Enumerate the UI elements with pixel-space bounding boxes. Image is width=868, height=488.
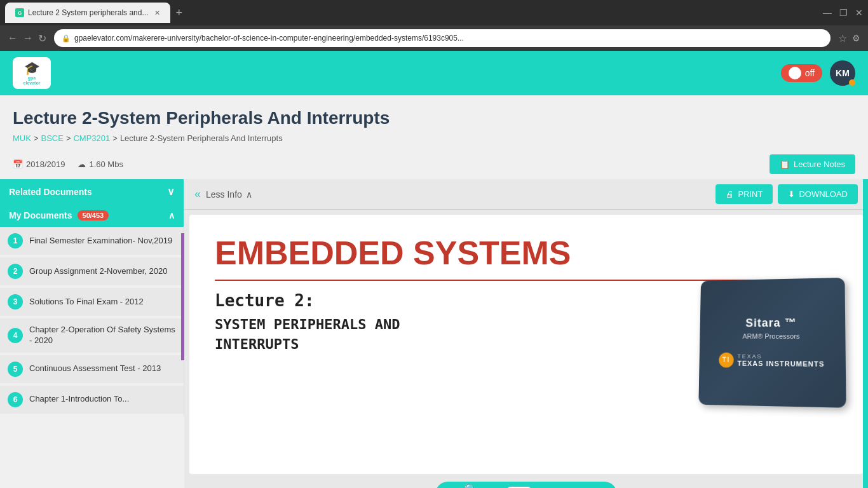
browser-extensions: ☆ ⚙	[838, 32, 860, 44]
zoom-in-button[interactable]: 🔍+	[462, 485, 480, 488]
logo-area: 🎓 gpa elevator	[13, 57, 51, 89]
related-docs-label: Related Documents	[9, 187, 92, 197]
page-title-area: Lecture 2-System Peripherals And Interru…	[0, 95, 868, 149]
download-icon: ⬇	[788, 189, 795, 199]
maximize-icon[interactable]: ❐	[839, 8, 848, 18]
user-avatar[interactable]: KM	[830, 60, 855, 86]
doc-title-6: Chapter 1-Introduction To...	[29, 394, 129, 405]
back-button[interactable]: ←	[8, 32, 18, 44]
breadcrumb-bsce[interactable]: BSCE	[41, 133, 63, 143]
ti-logo: TI TEXAS TEXAS INSTRUMENTS	[719, 352, 824, 368]
page-title: Lecture 2-System Peripherals And Interru…	[13, 108, 855, 128]
breadcrumb-sep2: >	[66, 133, 71, 143]
chip-sub: ARM® Processors	[742, 332, 799, 339]
rotate-button[interactable]: ↺	[595, 485, 613, 488]
active-tab[interactable]: G Lecture 2 System peripherals and... ✕	[5, 3, 170, 23]
breadcrumb-muk[interactable]: MUK	[13, 133, 31, 143]
doc-title-2: Group Assignment 2-November, 2020	[29, 266, 168, 277]
toggle-circle	[789, 67, 801, 79]
main-layout: Related Documents ∨ My Documents 50/453 …	[0, 179, 868, 488]
breadcrumb-current: Lecture 2-System Peripherals And Interru…	[120, 133, 283, 143]
chip-brand: Sitara ™	[745, 316, 797, 329]
logo-hat-icon: 🎓	[24, 60, 40, 76]
breadcrumb: MUK > BSCE > CMP3201 > Lecture 2-System …	[13, 133, 855, 143]
doc-title-4: Chapter 2-Operation Of Safety Systems - …	[29, 325, 176, 346]
toggle-label: off	[805, 68, 815, 78]
right-scroll-indicator[interactable]	[863, 179, 868, 488]
toggle-switch[interactable]: off	[781, 64, 822, 82]
doc-number-2: 2	[8, 264, 23, 279]
docs-list: 1 Final Semester Examination- Nov,2019 2…	[0, 227, 184, 416]
print-label: PRINT	[738, 189, 763, 199]
ext1-icon[interactable]: ⚙	[852, 33, 860, 43]
url-input[interactable]: 🔒 gpaelevator.com/makerere-university/ba…	[54, 29, 831, 47]
meta-info: 📅 2018/2019 ☁ 1.60 Mbs	[13, 159, 123, 169]
meta-row: 📅 2018/2019 ☁ 1.60 Mbs 📋 Lecture Notes	[0, 149, 868, 179]
logo-text: gpa elevator	[24, 76, 41, 85]
doc-number-3: 3	[8, 294, 23, 309]
lecture-notes-label: Lecture Notes	[794, 159, 845, 169]
star-icon[interactable]: ☆	[838, 32, 847, 44]
header-right: off KM	[781, 60, 855, 86]
my-docs-badge: 50/453	[78, 210, 109, 220]
url-text: gpaelevator.com/makerere-university/bach…	[74, 34, 464, 43]
doc-title-5: Continuous Assessment Test - 2013	[29, 363, 161, 374]
nav-buttons: ← → ↻	[8, 32, 46, 44]
next-page-button[interactable]: ∨	[550, 485, 567, 488]
less-info-button[interactable]: Less Info ∧	[206, 189, 252, 200]
doc-item-5[interactable]: 5 Continuous Assessment Test - 2013	[0, 355, 184, 383]
related-docs-header[interactable]: Related Documents ∨	[0, 179, 184, 204]
printer-icon: 🖨	[726, 189, 734, 199]
window-controls: — ❐ ✕	[823, 8, 863, 18]
size-item: ☁ 1.60 Mbs	[78, 159, 123, 169]
print-button[interactable]: 🖨 PRINT	[715, 184, 773, 204]
content-area: « Less Info ∧ 🖨 PRINT ⬇ DOWNLOAD EMBEDDE…	[184, 179, 868, 488]
less-info-label: Less Info	[206, 189, 242, 200]
less-info-chevron-icon: ∧	[246, 189, 252, 200]
my-docs-header[interactable]: My Documents 50/453 ∧	[0, 204, 184, 227]
download-label: DOWNLOAD	[799, 189, 848, 199]
texas-instruments-text: TEXAS TEXAS INSTRUMENTS	[737, 353, 824, 367]
doc-title-3: Solutions To Final Exam - 2012	[29, 297, 144, 308]
collapse-sidebar-icon[interactable]: «	[194, 187, 201, 201]
related-docs-chevron-icon: ∨	[167, 186, 175, 198]
doc-title-1: Final Semester Examination- Nov,2019	[29, 236, 172, 247]
sidebar: Related Documents ∨ My Documents 50/453 …	[0, 179, 184, 416]
tab-title: Lecture 2 System peripherals and...	[28, 8, 148, 17]
tab-favicon: G	[15, 8, 24, 17]
file-size-text: 1.60 Mbs	[89, 159, 123, 169]
lecture-notes-button[interactable]: 📋 Lecture Notes	[770, 154, 855, 174]
calendar-icon: 📅	[13, 159, 23, 169]
doc-number-5: 5	[8, 362, 23, 377]
close-icon[interactable]: ✕	[855, 8, 863, 18]
prev-page-button[interactable]: ∧	[485, 485, 503, 488]
avatar-status-dot	[849, 79, 855, 86]
breadcrumb-cmp[interactable]: CMP3201	[73, 133, 110, 143]
doc-item-6[interactable]: 6 Chapter 1-Introduction To...	[0, 386, 184, 414]
download-button[interactable]: ⬇ DOWNLOAD	[778, 184, 858, 204]
minimize-icon[interactable]: —	[823, 8, 832, 18]
doc-item-4[interactable]: 4 Chapter 2-Operation Of Safety Systems …	[0, 318, 184, 353]
fullscreen-button[interactable]: ⤢	[573, 485, 590, 488]
chip-image: Sitara ™ ARM® Processors TI TEXAS TEXAS …	[698, 278, 846, 408]
doc-item-3[interactable]: 3 Solutions To Final Exam - 2012	[0, 288, 184, 316]
browser-chrome: G Lecture 2 System peripherals and... ✕ …	[0, 0, 868, 25]
refresh-button[interactable]: ↻	[38, 32, 46, 44]
new-tab-button[interactable]: +	[173, 4, 185, 22]
my-docs-label: My Documents	[9, 210, 72, 220]
logo-box[interactable]: 🎓 gpa elevator	[13, 57, 51, 89]
breadcrumb-sep1: >	[34, 133, 39, 143]
doc-number-4: 4	[8, 328, 23, 343]
doc-main-title: EMBEDDED SYSTEMS	[215, 234, 837, 272]
document-viewer: EMBEDDED SYSTEMS Lecture 2: SYSTEM PERIP…	[189, 215, 863, 474]
year-text: 2018/2019	[26, 159, 65, 169]
doc-item-2[interactable]: 2 Group Assignment 2-November, 2020	[0, 257, 184, 285]
tab-close-button[interactable]: ✕	[154, 9, 160, 17]
zoom-out-button[interactable]: 🔍-	[439, 485, 457, 488]
year-item: 📅 2018/2019	[13, 159, 65, 169]
notes-icon: 📋	[780, 159, 790, 169]
ti-icon: TI	[719, 352, 734, 367]
forward-button[interactable]: →	[23, 32, 33, 44]
doc-item-1[interactable]: 1 Final Semester Examination- Nov,2019	[0, 227, 184, 255]
tab-bar: G Lecture 2 System peripherals and... ✕ …	[5, 3, 818, 23]
